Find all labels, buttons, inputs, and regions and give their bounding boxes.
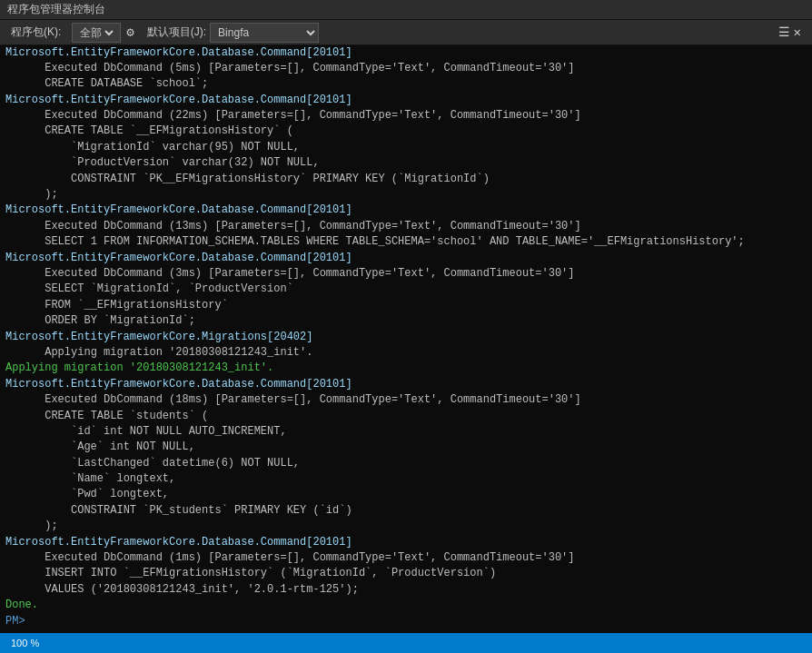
terminal-line: Microsoft.EntityFrameworkCore.Database.C… — [5, 93, 807, 108]
list-icon[interactable]: ☰ — [778, 25, 790, 40]
terminal-line: Executed DbCommand (22ms) [Parameters=[]… — [5, 108, 807, 124]
terminal-line: Microsoft.EntityFrameworkCore.Database.C… — [5, 535, 807, 550]
terminal-line: Executed DbCommand (13ms) [Parameters=[]… — [5, 219, 807, 234]
terminal-line: VALUES ('20180308121243_init', '2.0.1-rt… — [5, 582, 807, 598]
terminal-line: ); — [5, 187, 807, 203]
terminal-line: SELECT 1 FROM INFORMATION_SCHEMA.TABLES … — [5, 234, 807, 250]
terminal-line: `Pwd` longtext, — [5, 487, 807, 502]
terminal-line: Microsoft.EntityFrameworkCore.Database.C… — [5, 45, 807, 61]
terminal-line: `id` int NOT NULL AUTO_INCREMENT, — [5, 424, 807, 440]
terminal-line: SELECT `MigrationId`, `ProductVersion` — [5, 282, 807, 297]
project-dropdown[interactable]: Bingfa — [210, 23, 319, 43]
gear-icon[interactable]: ⚙ — [121, 23, 139, 42]
scope-select[interactable]: 全部 — [76, 25, 116, 40]
terminal-line: Done. — [5, 598, 807, 613]
status-bar: 100 % — [0, 633, 812, 653]
title-bar-text: 程序包管理器控制台 — [7, 2, 105, 17]
title-bar: 程序包管理器控制台 — [0, 0, 812, 20]
terminal: PM> add-migration initMicrosoft.EntityFr… — [0, 45, 812, 633]
terminal-line: Microsoft.EntityFrameworkCore.Database.C… — [5, 377, 807, 392]
terminal-line: Applying migration '20180308121243_init'… — [5, 361, 807, 376]
terminal-line: Microsoft.EntityFrameworkCore.Database.C… — [5, 251, 807, 266]
terminal-line: `LastChanged` datetime(6) NOT NULL, — [5, 456, 807, 471]
terminal-line: Microsoft.EntityFrameworkCore.Database.C… — [5, 203, 807, 218]
terminal-line: INSERT INTO `__EFMigrationsHistory` (`Mi… — [5, 566, 807, 581]
toolbar-icons: ☰ ✕ — [778, 25, 808, 40]
terminal-line: `ProductVersion` varchar(32) NOT NULL, — [5, 155, 807, 171]
terminal-line: Executed DbCommand (5ms) [Parameters=[],… — [5, 61, 807, 76]
menu-program-package[interactable]: 程序包(K): — [4, 21, 68, 44]
close-icon[interactable]: ✕ — [794, 25, 801, 40]
toolbar-section: 程序包(K): 全部 ⚙ 默认项目(J): Bingfa ☰ ✕ — [4, 21, 808, 44]
terminal-line: Microsoft.EntityFrameworkCore.Migrations… — [5, 330, 807, 345]
terminal-line: CREATE TABLE `__EFMigrationsHistory` ( — [5, 124, 807, 139]
terminal-line: Executed DbCommand (3ms) [Parameters=[],… — [5, 266, 807, 282]
terminal-line: CONSTRAINT `PK_students` PRIMARY KEY (`i… — [5, 503, 807, 519]
default-project-label: 默认项目(J): — [147, 25, 206, 40]
terminal-line: FROM `__EFMigrationsHistory` — [5, 298, 807, 313]
terminal-line: CREATE DATABASE `school`; — [5, 76, 807, 92]
terminal-line: ); — [5, 519, 807, 534]
terminal-line: `MigrationId` varchar(95) NOT NULL, — [5, 140, 807, 155]
terminal-line: PM> — [5, 614, 807, 629]
terminal-line: Executed DbCommand (1ms) [Parameters=[],… — [5, 550, 807, 566]
terminal-line: `Name` longtext, — [5, 471, 807, 487]
scope-dropdown[interactable]: 全部 — [72, 23, 121, 43]
terminal-line: CONSTRAINT `PK__EFMigrationsHistory` PRI… — [5, 172, 807, 187]
terminal-line: CREATE TABLE `students` ( — [5, 409, 807, 424]
terminal-line: Executed DbCommand (18ms) [Parameters=[]… — [5, 392, 807, 408]
menu-bar: 程序包(K): 全部 ⚙ 默认项目(J): Bingfa ☰ ✕ — [0, 20, 812, 45]
terminal-line: Applying migration '20180308121243_init'… — [5, 345, 807, 361]
terminal-line: ORDER BY `MigrationId`; — [5, 313, 807, 329]
zoom-level: 100 % — [11, 638, 39, 648]
terminal-line: `Age` int NOT NULL, — [5, 440, 807, 455]
